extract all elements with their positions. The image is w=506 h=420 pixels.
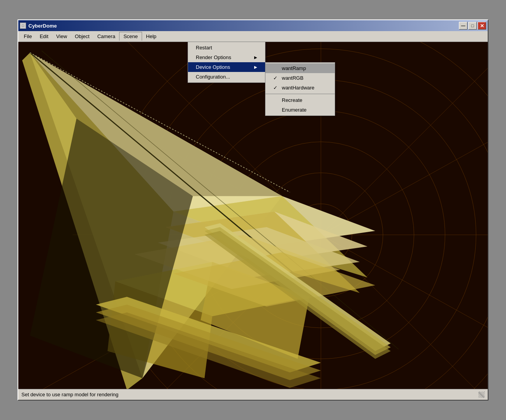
status-grip [478, 392, 485, 398]
menu-configuration[interactable]: Configuration... [188, 72, 265, 82]
title-buttons: — □ ✕ [459, 22, 486, 30]
submenu-separator [265, 94, 335, 94]
window-title: CyberDome [28, 23, 57, 29]
scene-svg [18, 42, 488, 389]
title-bar: □ CyberDome — □ ✕ [18, 20, 488, 31]
menu-camera[interactable]: Camera [93, 32, 119, 40]
maximize-button[interactable]: □ [468, 22, 477, 30]
menu-view[interactable]: View [52, 32, 71, 40]
main-window: □ CyberDome — □ ✕ File Edit View Object … [18, 19, 488, 401]
menu-file[interactable]: File [20, 32, 36, 40]
status-text: Set device to use ramp model for renderi… [21, 392, 118, 397]
menu-edit[interactable]: Edit [36, 32, 52, 40]
want-rgb-check: ✓ [273, 75, 279, 81]
close-button[interactable]: ✕ [478, 22, 486, 30]
submenu-want-hardware[interactable]: ✓ wantHardware [265, 83, 335, 93]
submenu-want-rgb[interactable]: ✓ wantRGB [265, 73, 335, 83]
canvas-area[interactable] [18, 42, 488, 389]
scene-dropdown: Restart Render Options ▶ Device Options … [188, 42, 265, 83]
minimize-button[interactable]: — [459, 22, 467, 30]
menu-help[interactable]: Help [142, 32, 160, 40]
menu-scene[interactable]: Scene [119, 32, 142, 41]
device-options-arrow: ▶ [254, 65, 257, 69]
want-hardware-check: ✓ [273, 85, 279, 91]
submenu-enumerate[interactable]: Enumerate [265, 105, 335, 115]
menu-render-options[interactable]: Render Options ▶ [188, 52, 265, 62]
title-bar-left: □ CyberDome [20, 23, 57, 29]
device-options-submenu: wantRamp ✓ wantRGB ✓ wantHardware [265, 62, 335, 116]
menu-device-options[interactable]: Device Options ▶ wantRamp ✓ wantRGB [188, 62, 265, 72]
render-options-arrow: ▶ [254, 55, 257, 60]
menu-bar: File Edit View Object Camera Scene Help … [18, 31, 488, 42]
submenu-recreate[interactable]: Recreate [265, 95, 335, 105]
submenu-want-ramp[interactable]: wantRamp [265, 63, 335, 73]
menu-restart[interactable]: Restart [188, 43, 265, 52]
status-bar: Set device to use ramp model for renderi… [18, 389, 488, 400]
scene-menu: Restart Render Options ▶ Device Options … [188, 42, 265, 83]
app-icon: □ [20, 23, 26, 29]
menu-object[interactable]: Object [71, 32, 93, 40]
